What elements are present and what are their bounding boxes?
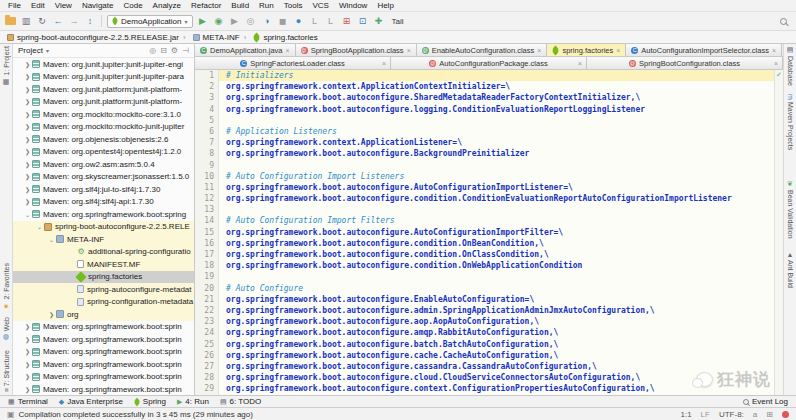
tree-expand-arrow[interactable]: ❯ bbox=[23, 323, 32, 330]
breadcrumb-meta-inf[interactable]: META-INF bbox=[181, 33, 242, 42]
line-number[interactable]: 21 bbox=[195, 294, 219, 305]
menu-item[interactable]: Refactor bbox=[186, 0, 226, 11]
caret-position[interactable]: 1:1 bbox=[680, 410, 691, 419]
tree-expand-arrow[interactable]: ❯ bbox=[23, 161, 32, 168]
line-number[interactable]: 25 bbox=[195, 339, 219, 350]
tool-button-java-enterprise[interactable]: ◆ Java Enterprise bbox=[59, 397, 123, 406]
tree-item[interactable]: ❯ Maven: org.springframework.boot:sprin bbox=[13, 346, 194, 359]
tree-item[interactable]: ❯ Maven: org.junit.platform:junit-platfo… bbox=[13, 83, 194, 96]
menu-item[interactable]: Window bbox=[334, 0, 372, 11]
line-number[interactable]: 6 bbox=[195, 126, 219, 137]
profiler-icon[interactable]: ◎ bbox=[245, 16, 257, 26]
line-number[interactable]: 7 bbox=[195, 137, 219, 148]
line-number[interactable]: 28 bbox=[195, 372, 219, 383]
tree-expand-arrow[interactable]: ❯ bbox=[23, 173, 32, 180]
sync-icon[interactable]: ↻ bbox=[36, 16, 48, 26]
tree-item[interactable]: ❯ Maven: org.springframework.boot:sprin bbox=[13, 321, 194, 334]
tree-item[interactable]: ❯ Maven: org.springframework.boot:sprin bbox=[13, 358, 194, 371]
menu-item[interactable]: Navigate bbox=[77, 0, 119, 11]
tree-expand-arrow[interactable]: ❯ bbox=[23, 386, 32, 393]
layout-icon[interactable]: ⊞ bbox=[766, 410, 773, 419]
tree-item[interactable]: ❯ Maven: org.junit.jupiter:junit-jupiter… bbox=[13, 58, 194, 71]
project-view-selector[interactable]: Project bbox=[18, 46, 43, 55]
line-number[interactable]: 14 bbox=[195, 215, 219, 226]
tree-expand-arrow[interactable]: ❯ bbox=[23, 336, 32, 343]
tree-expand-arrow[interactable]: ⌄ bbox=[23, 211, 32, 218]
code-editor[interactable]: 1 # Initializers 2 org.springframework.c… bbox=[195, 70, 783, 395]
close-icon[interactable]: × bbox=[774, 60, 778, 67]
line-number[interactable]: 19 bbox=[195, 271, 219, 282]
editor-tab[interactable]: C SpringFactoriesLoader.class × bbox=[195, 57, 391, 69]
tool-button-bean-validation[interactable]: ❦ Bean Validation bbox=[786, 180, 794, 239]
close-icon[interactable]: × bbox=[382, 60, 386, 67]
editor-tab[interactable]: C DemoApplication.java × bbox=[195, 44, 296, 56]
editor-tab[interactable]: C AutoConfigurationImportSelector.class … bbox=[626, 44, 782, 56]
line-number[interactable]: 12 bbox=[195, 193, 219, 204]
menu-item[interactable]: File bbox=[3, 0, 26, 11]
readonly-indicator[interactable]: a bbox=[753, 410, 757, 419]
menu-item[interactable]: VCS bbox=[307, 0, 333, 11]
line-number[interactable]: 18 bbox=[195, 260, 219, 271]
menu-item[interactable]: Tools bbox=[279, 0, 308, 11]
menu-item[interactable]: Analyze bbox=[148, 0, 186, 11]
line-number[interactable]: 16 bbox=[195, 238, 219, 249]
breadcrumb-spring-factories[interactable]: spring.factories bbox=[242, 33, 320, 42]
tree-item[interactable]: spring-autoconfigure-metadat bbox=[13, 283, 194, 296]
run-configuration-selector[interactable]: DemoApplication ▾ bbox=[107, 15, 193, 28]
tree-expand-arrow[interactable]: ❯ bbox=[23, 98, 32, 105]
toolbox-icon[interactable]: ▣ bbox=[7, 410, 15, 419]
menu-item[interactable]: Help bbox=[372, 0, 398, 11]
run-icon[interactable]: ▶ bbox=[197, 16, 209, 26]
tool-button-run[interactable]: ▶ 4: Run bbox=[177, 397, 209, 406]
tool-button-database[interactable]: ▤ Database bbox=[786, 46, 794, 86]
tree-item[interactable]: ❯ Maven: org.objenesis:objenesis:2.6 bbox=[13, 133, 194, 146]
tool-button-structure[interactable]: ≡ 7: Structure bbox=[3, 350, 10, 392]
tree-item[interactable]: ❯ Maven: org.skyscreamer:jsonassert:1.5.… bbox=[13, 171, 194, 184]
event-log-button[interactable]: Event Log bbox=[743, 397, 788, 406]
line-number[interactable]: 5 bbox=[195, 115, 219, 126]
tree-item[interactable]: ❯ Maven: org.springframework.boot:sprin bbox=[13, 383, 194, 395]
tree-expand-arrow[interactable]: ❯ bbox=[47, 311, 56, 318]
tree-expand-arrow[interactable]: ⌄ bbox=[35, 223, 44, 230]
menu-item[interactable]: Run bbox=[254, 0, 279, 11]
tool-button-todo[interactable]: ▤ 6: TODO bbox=[220, 397, 261, 406]
search-everywhere-icon[interactable]: ● bbox=[293, 16, 305, 26]
tree-item[interactable]: ❯ Maven: org.ow2.asm:asm:5.0.4 bbox=[13, 158, 194, 171]
stop-icon[interactable]: ◼ bbox=[277, 16, 289, 26]
tail-plugin-button[interactable]: Tail bbox=[389, 17, 407, 26]
tree-expand-arrow[interactable]: ❯ bbox=[23, 73, 32, 80]
locate-icon[interactable]: ◎ bbox=[149, 46, 156, 55]
tree-expand-arrow[interactable]: ❯ bbox=[23, 198, 32, 205]
encoding-indicator[interactable]: UTF-8: bbox=[719, 410, 744, 419]
editor-scrollbar[interactable]: ✓ bbox=[774, 70, 783, 395]
line-number[interactable]: 24 bbox=[195, 327, 219, 338]
tree-expand-arrow[interactable]: ❯ bbox=[23, 361, 32, 368]
tree-expand-arrow[interactable]: ❯ bbox=[23, 123, 32, 130]
restore-layout-icon[interactable]: L bbox=[309, 16, 321, 26]
line-number[interactable]: 15 bbox=[195, 227, 219, 238]
tree-item[interactable]: ❯ Maven: org.mockito:mockito-junit-jupit… bbox=[13, 121, 194, 134]
close-icon[interactable]: × bbox=[537, 47, 541, 54]
line-number[interactable]: 1 bbox=[195, 70, 219, 81]
tree-expand-arrow[interactable]: ❯ bbox=[23, 348, 32, 355]
tree-item[interactable]: ❯ Maven: org.slf4j:slf4j-api:1.7.30 bbox=[13, 196, 194, 209]
collapse-all-icon[interactable]: ⊟ bbox=[160, 46, 167, 55]
inspection-ok-icon[interactable]: ✓ bbox=[776, 71, 782, 79]
menu-item[interactable]: Edit bbox=[26, 0, 50, 11]
menu-item[interactable]: View bbox=[50, 0, 77, 11]
tree-item[interactable]: spring-configuration-metadata bbox=[13, 296, 194, 309]
line-number[interactable]: 27 bbox=[195, 361, 219, 372]
menu-item[interactable]: Code bbox=[118, 0, 147, 11]
settings-icon[interactable]: ⚙ bbox=[171, 46, 178, 55]
notification-icon[interactable] bbox=[782, 411, 789, 418]
line-number[interactable]: 13 bbox=[195, 204, 219, 215]
save-layout-icon[interactable]: L bbox=[325, 16, 337, 26]
tree-expand-arrow[interactable]: ❯ bbox=[23, 373, 32, 380]
tree-item[interactable]: ❯ Maven: org.slf4j:jul-to-slf4j:1.7.30 bbox=[13, 183, 194, 196]
back-icon[interactable]: ← bbox=[52, 16, 64, 26]
debug-icon[interactable]: ◉ bbox=[213, 16, 225, 26]
tool-button-terminal[interactable]: ▦ Terminal bbox=[8, 397, 48, 406]
tree-item[interactable]: ❯ Maven: org.junit.platform:junit-platfo… bbox=[13, 96, 194, 109]
tool-button-ant-build[interactable]: ▲ Ant Build bbox=[787, 251, 794, 288]
toggle-window-icon[interactable]: ⊡ bbox=[357, 16, 369, 26]
